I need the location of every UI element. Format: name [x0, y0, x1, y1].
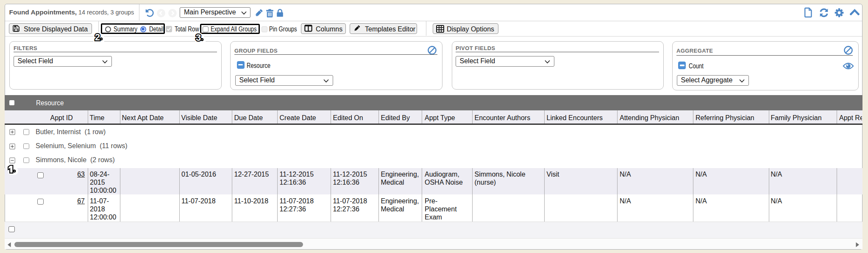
svg-text:3: 3 [196, 32, 201, 43]
svg-text:2: 2 [95, 32, 100, 42]
